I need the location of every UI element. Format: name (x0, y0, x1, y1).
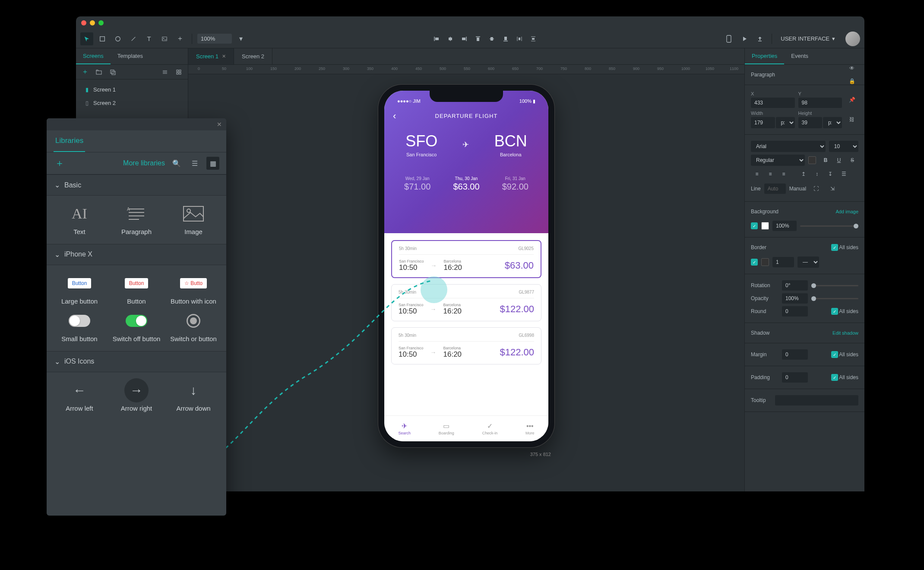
valign-top-icon[interactable]: ↥ (797, 168, 810, 180)
tabbar-item-boarding[interactable]: ▭Boarding (439, 422, 454, 435)
window-close-dot[interactable] (81, 20, 86, 25)
font-select[interactable]: Arial (751, 141, 826, 152)
zoom-dropdown-icon[interactable]: ▾ (234, 32, 247, 45)
lib-item-large-button[interactable]: ButtonLarge button (53, 273, 106, 306)
valign-bottom-icon[interactable]: ↧ (824, 168, 836, 180)
text-color-swatch[interactable] (808, 156, 816, 164)
search-icon[interactable]: 🔍 (170, 157, 183, 170)
margin-input[interactable] (782, 349, 808, 360)
bg-opacity-input[interactable] (772, 221, 797, 231)
tooltip-input[interactable] (775, 395, 858, 405)
tabbar-item-checkin[interactable]: ✓Check-in (482, 422, 498, 435)
padding-allsides-checkbox[interactable]: ✓ (831, 374, 838, 381)
phone-frame[interactable]: ●●●●○ JIM 100% ▮ ‹ DEPARTURE FLIGHT SFO (378, 85, 554, 447)
bg-opacity-slider[interactable] (800, 225, 858, 227)
canvas-tab[interactable]: Screen 1✕ (188, 48, 234, 64)
fontweight-select[interactable]: Regular (751, 155, 805, 166)
align-hcenter-icon[interactable] (444, 32, 457, 45)
distribute-v-icon[interactable] (527, 32, 540, 45)
close-icon[interactable]: ✕ (217, 121, 222, 128)
align-vcenter-icon[interactable] (485, 32, 498, 45)
bg-color-swatch[interactable] (761, 222, 769, 230)
screen-item[interactable]: ▮ Screen 1 (76, 83, 188, 96)
border-width-input[interactable] (772, 257, 794, 267)
height-unit[interactable]: px (823, 117, 842, 128)
add-image-link[interactable]: Add image (835, 209, 858, 214)
ellipse-tool[interactable] (111, 32, 124, 45)
bold-icon[interactable]: B (820, 155, 832, 166)
strike-icon[interactable]: S (846, 155, 858, 166)
x-input[interactable] (751, 98, 795, 108)
lib-item-arrow-down[interactable]: ↓Arrow down (167, 380, 220, 413)
window-minimize-dot[interactable] (90, 20, 95, 25)
y-input[interactable] (798, 98, 842, 108)
round-allsides-checkbox[interactable]: ✓ (831, 308, 838, 315)
tabbar-item-more[interactable]: •••More (525, 422, 535, 435)
line-auto-input[interactable] (764, 184, 786, 194)
grid-view-icon[interactable] (173, 66, 184, 78)
width-unit[interactable]: px (776, 117, 795, 128)
distribute-h-icon[interactable] (513, 32, 526, 45)
link-dims-icon[interactable]: ⛓ (845, 113, 858, 126)
bg-checkbox[interactable]: ✓ (751, 222, 758, 229)
flight-card[interactable]: 5h 30minGL9025 San Francisco10:50 → Barc… (391, 240, 541, 278)
section-basic[interactable]: ⌄Basic (47, 174, 226, 196)
autosize-icon[interactable]: ⇲ (826, 182, 839, 195)
pin-icon[interactable]: 📌 (845, 93, 858, 106)
valign-middle-icon[interactable]: ↕ (811, 168, 823, 180)
libraries-tab[interactable]: Libraries (54, 130, 85, 152)
section-ios-icons[interactable]: ⌄iOS Icons (47, 351, 226, 372)
close-icon[interactable]: ✕ (222, 54, 226, 59)
text-align-left-icon[interactable]: ≡ (751, 168, 763, 180)
tabbar-item-search[interactable]: ✈Search (398, 422, 411, 435)
lib-item-paragraph[interactable]: AParagraph (110, 203, 163, 236)
lib-item-arrow-left[interactable]: ←Arrow left (53, 380, 106, 413)
align-right-icon[interactable] (458, 32, 471, 45)
canvas[interactable]: ●●●●○ JIM 100% ▮ ‹ DEPARTURE FLIGHT SFO (188, 74, 744, 491)
lib-item-small-button[interactable]: Small button (53, 310, 106, 343)
duplicate-icon[interactable] (107, 66, 118, 78)
text-align-right-icon[interactable]: ≡ (778, 168, 790, 180)
border-style-select[interactable]: — (797, 256, 819, 268)
lib-item-switch-off[interactable]: Switch off button (110, 310, 163, 343)
select-tool[interactable] (80, 32, 93, 45)
opacity-input[interactable] (782, 293, 808, 304)
back-icon[interactable]: ‹ (393, 111, 396, 122)
add-library-icon[interactable]: ＋ (54, 157, 66, 169)
rotation-slider[interactable]: .slider:nth-of-type(1)::after{right:auto… (811, 285, 858, 286)
tab-screens[interactable]: Screens (76, 48, 111, 64)
project-select[interactable]: USER INTERFACE▾ (777, 34, 839, 44)
screen-item[interactable]: ▯ Screen 2 (76, 96, 188, 110)
tab-properties[interactable]: Properties (745, 48, 784, 64)
date-item[interactable]: Thu, 30 Jan$63.00 (453, 176, 479, 192)
flight-card[interactable]: 5h 30minGL9877 San Francisco10:50 → Barc… (391, 284, 541, 321)
device-icon[interactable] (722, 32, 735, 45)
tab-templates[interactable]: Templates (111, 48, 150, 64)
crop-icon[interactable]: ⛶ (810, 182, 823, 195)
list-view-icon[interactable] (159, 66, 171, 78)
add-tool[interactable]: ＋ (174, 32, 187, 45)
date-item[interactable]: Wed, 29 Jan$71.00 (404, 176, 430, 192)
image-tool[interactable] (158, 32, 171, 45)
tab-events[interactable]: Events (784, 48, 815, 64)
folder-icon[interactable] (93, 66, 104, 78)
date-item[interactable]: Fri, 31 Jan$92.00 (502, 176, 528, 192)
fontsize-select[interactable]: 10 (829, 141, 858, 152)
list-view-icon[interactable]: ☰ (188, 157, 201, 170)
lib-item-text[interactable]: AIText (53, 203, 106, 236)
round-input[interactable] (782, 306, 808, 317)
align-bottom-icon[interactable] (499, 32, 512, 45)
height-input[interactable] (798, 117, 823, 128)
line-tool[interactable] (127, 32, 140, 45)
section-iphonex[interactable]: ⌄iPhone X (47, 244, 226, 265)
visibility-icon[interactable]: 👁 (845, 62, 858, 75)
margin-allsides-checkbox[interactable]: ✓ (831, 351, 838, 358)
text-align-center-icon[interactable]: ≡ (764, 168, 776, 180)
window-zoom-dot[interactable] (98, 20, 104, 25)
width-input[interactable] (751, 117, 775, 128)
zoom-input[interactable] (197, 34, 232, 44)
upload-icon[interactable] (753, 32, 766, 45)
more-libraries-link[interactable]: More libraries (123, 159, 165, 167)
text-tool[interactable]: T (142, 32, 155, 45)
rotation-input[interactable] (782, 280, 808, 291)
